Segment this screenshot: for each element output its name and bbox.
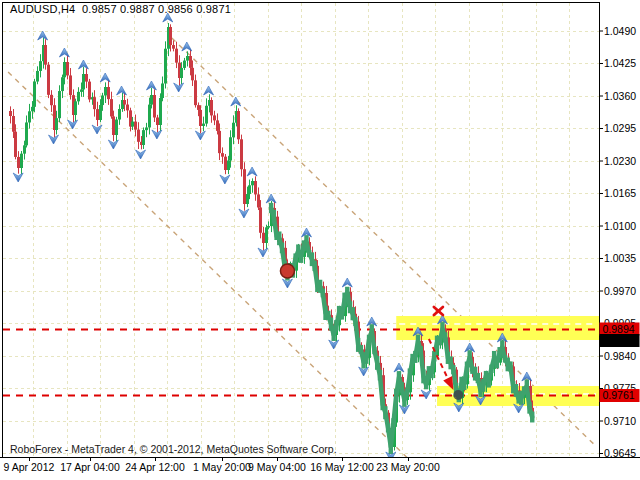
- price-tick-label: 0.9970: [604, 285, 636, 297]
- time-tick-label: 16 May 12:00: [310, 461, 374, 473]
- svg-text:0.9871: 0.9871: [603, 334, 635, 346]
- resistance-zone[interactable]: [396, 316, 599, 340]
- price-tick-label: 1.0360: [604, 90, 636, 102]
- price-tick-label: 1.0490: [604, 25, 636, 37]
- fractal-up-icon: [100, 73, 110, 82]
- fractal-down-icon: [136, 150, 146, 159]
- fractal-down-icon: [220, 175, 230, 184]
- fractal-up-icon: [231, 97, 241, 106]
- price-chart-canvas[interactable]: 1.04901.04251.03601.02951.02301.01651.01…: [0, 0, 640, 480]
- channel-lower-line[interactable]: [8, 72, 448, 480]
- time-tick-label: 23 May 20:00: [376, 461, 440, 473]
- time-tick-label: 1 May 20:00: [193, 461, 251, 473]
- fractal-down-icon: [174, 83, 184, 92]
- fractal-up-icon: [117, 86, 127, 95]
- price-tick-label: 1.0295: [604, 122, 636, 134]
- price-tick-label: 1.0425: [604, 57, 636, 69]
- fractal-down-icon: [13, 173, 23, 182]
- fractal-down-icon: [239, 209, 249, 218]
- fractal-up-icon: [342, 278, 352, 287]
- fractal-up-icon: [204, 86, 214, 95]
- plot-area: [3, 3, 599, 480]
- price-tick-label: 0.9645: [604, 447, 636, 459]
- fractal-down-icon: [108, 140, 118, 149]
- fractal-down-icon: [258, 248, 268, 257]
- time-tick-label: 9 May 04:00: [248, 461, 306, 473]
- fractal-up-icon: [247, 167, 257, 176]
- price-axis[interactable]: 1.04901.04251.03601.02951.02301.01651.01…: [600, 25, 640, 460]
- chart-ohlc-title: AUDUSD,H4 0.9857 0.9887 0.9856 0.9871: [10, 3, 231, 15]
- fractal-down-icon: [49, 135, 59, 144]
- time-tick-label: 17 Apr 04:00: [60, 461, 120, 473]
- fractal-up-icon: [182, 42, 192, 51]
- support-level-label: 0.9761: [600, 389, 640, 402]
- fractal-down-icon: [68, 120, 78, 129]
- time-tick-label: 9 Apr 2012: [4, 461, 55, 473]
- price-tick-label: 1.0100: [604, 220, 636, 232]
- copyright-text: RoboForex - MetaTrader 4, © 2001-2012, M…: [10, 443, 337, 455]
- price-tick-label: 0.9710: [604, 415, 636, 427]
- fractal-down-icon: [329, 340, 339, 349]
- fractal-down-icon: [152, 130, 162, 139]
- fractal-up-icon: [38, 31, 48, 40]
- price-tick-label: 1.0035: [604, 252, 636, 264]
- target-dot-marker[interactable]: [453, 390, 463, 400]
- price-tick-label: 1.0165: [604, 187, 636, 199]
- svg-text:0.9761: 0.9761: [603, 389, 635, 401]
- price-tick-label: 1.0230: [604, 155, 636, 167]
- price-tick-label: 0.9840: [604, 350, 636, 362]
- mt4-chart-window: 1.04901.04251.03601.02951.02301.01651.01…: [0, 0, 640, 480]
- time-axis[interactable]: 9 Apr 201217 Apr 04:0024 Apr 12:001 May …: [4, 458, 440, 474]
- time-tick-label: 24 Apr 12:00: [125, 461, 185, 473]
- svg-text:0.9894: 0.9894: [603, 323, 635, 335]
- current-bid-label: 0.9871: [600, 334, 640, 347]
- entry-circle-marker[interactable]: [280, 264, 294, 278]
